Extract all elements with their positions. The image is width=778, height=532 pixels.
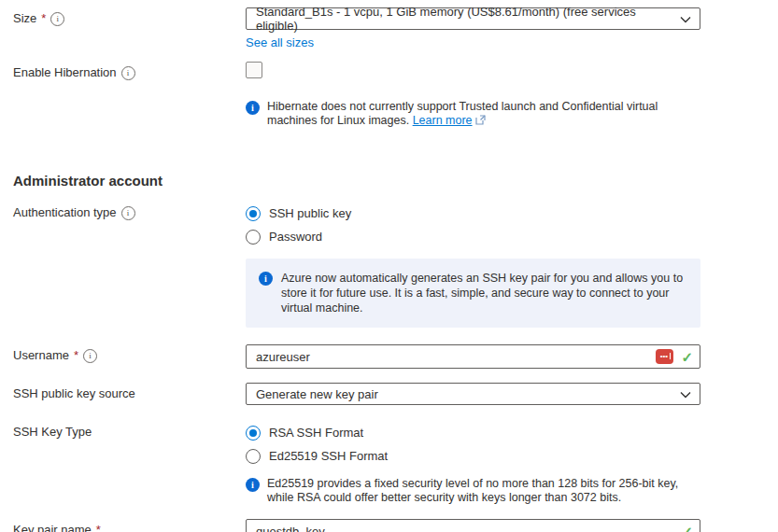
hibernate-note-text: Hibernate does not currently support Tru… <box>267 100 700 129</box>
info-icon[interactable]: i <box>83 349 97 363</box>
valid-check-icon: ✓ <box>681 525 693 532</box>
username-row: Username * i ✓ <box>0 344 778 369</box>
username-label: Username <box>13 347 69 364</box>
external-link-icon[interactable] <box>475 115 486 129</box>
key-pair-name-label: Key pair name <box>13 522 92 532</box>
radio-unselected-icon <box>246 230 261 245</box>
key-pair-name-input[interactable] <box>247 520 681 532</box>
extension-badge-icon[interactable] <box>656 349 673 364</box>
size-row: Size * i Standard_B1s - 1 vcpu, 1 GiB me… <box>0 7 778 49</box>
see-all-sizes-link[interactable]: See all sizes <box>246 35 314 49</box>
ed25519-note-text: Ed25519 provides a fixed security level … <box>267 477 700 505</box>
radio-unselected-icon <box>246 449 261 464</box>
hibernate-note: i Hibernate does not currently support T… <box>246 100 700 129</box>
username-input[interactable] <box>247 345 656 368</box>
enable-hibernation-row: Enable Hibernation i <box>0 62 778 81</box>
learn-more-link[interactable]: Learn more <box>413 114 473 127</box>
enable-hibernation-checkbox[interactable] <box>246 62 262 78</box>
radio-label: SSH public key <box>269 206 351 220</box>
enable-hibernation-label: Enable Hibernation <box>13 64 117 81</box>
username-field: ✓ <box>246 344 700 369</box>
size-dropdown[interactable]: Standard_B1s - 1 vcpu, 1 GiB memory (US$… <box>246 7 700 30</box>
chevron-down-icon <box>680 387 691 401</box>
authentication-type-row: Authentication type i SSH public key Pas… <box>0 202 778 248</box>
ssh-key-type-label: SSH Key Type <box>13 424 92 441</box>
radio-ed25519-ssh-format[interactable]: Ed25519 SSH Format <box>246 444 700 468</box>
radio-label: RSA SSH Format <box>269 426 363 440</box>
key-pair-name-row: Key pair name * ✓ <box>0 519 778 532</box>
key-pair-name-field: ✓ <box>246 519 700 532</box>
info-filled-icon: i <box>259 272 273 286</box>
info-filled-icon: i <box>246 478 260 492</box>
ssh-key-source-label: SSH public key source <box>13 385 135 402</box>
ssh-key-type-row: SSH Key Type RSA SSH Format Ed25519 SSH … <box>0 421 778 505</box>
admin-account-heading: Administrator account <box>13 173 778 189</box>
size-dropdown-value: Standard_B1s - 1 vcpu, 1 GiB memory (US$… <box>256 5 672 33</box>
authentication-type-label: Authentication type <box>13 204 117 221</box>
required-asterisk: * <box>74 347 78 364</box>
ssh-keypair-infobox-text: Azure now automatically generates an SSH… <box>281 271 684 315</box>
info-icon[interactable]: i <box>121 206 135 220</box>
valid-check-icon: ✓ <box>681 350 693 364</box>
info-icon[interactable]: i <box>50 12 64 26</box>
ssh-key-source-dropdown[interactable]: Generate new key pair <box>246 383 700 405</box>
radio-password[interactable]: Password <box>246 225 700 248</box>
ed25519-note: i Ed25519 provides a fixed security leve… <box>246 477 700 505</box>
ssh-keypair-infobox: i Azure now automatically generates an S… <box>246 259 700 328</box>
ssh-key-source-value: Generate new key pair <box>256 387 378 401</box>
radio-label: Ed25519 SSH Format <box>269 449 388 463</box>
radio-ssh-public-key[interactable]: SSH public key <box>246 202 700 225</box>
info-filled-icon: i <box>246 101 260 115</box>
radio-selected-icon <box>246 426 261 441</box>
ssh-key-source-row: SSH public key source Generate new key p… <box>0 383 778 405</box>
required-asterisk: * <box>96 522 101 532</box>
radio-label: Password <box>269 230 322 244</box>
required-asterisk: * <box>41 10 46 27</box>
size-label: Size <box>13 10 36 27</box>
info-icon[interactable]: i <box>121 66 135 80</box>
radio-selected-icon <box>246 206 261 221</box>
radio-rsa-ssh-format[interactable]: RSA SSH Format <box>246 421 700 444</box>
chevron-down-icon <box>680 12 691 26</box>
